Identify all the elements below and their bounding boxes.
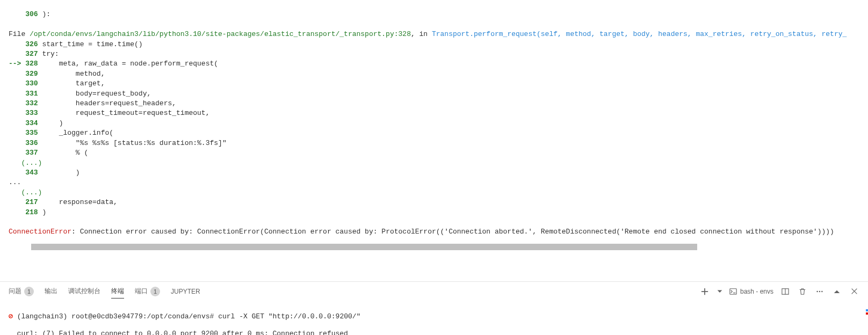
traceback-block: 306 ): File /opt/conda/envs/langchain3/l… [9, 0, 868, 237]
error-message: : Connection error caused by: Connection… [71, 228, 834, 236]
tab-output[interactable]: 输出 [45, 285, 57, 298]
terminal-profile-selector[interactable]: bash - envs [729, 286, 773, 297]
panel-tabs-left: 问题 1 输出 调试控制台 终端 端口 1 JUPYTER [9, 285, 200, 298]
traceback-function-ref: Transport.perform_request(self, method, … [432, 30, 847, 38]
horizontal-scrollbar[interactable] [31, 244, 697, 250]
maximize-panel-button[interactable] [831, 286, 842, 297]
current-line-arrow: --> [9, 60, 25, 68]
line-number: 334 [25, 119, 38, 127]
prompt-user-host: root@e0cdb3e94779:/opt/conda/envs# [71, 312, 214, 321]
tab-debug-console-label: 调试控制台 [68, 287, 100, 296]
problems-count-badge: 1 [24, 287, 34, 296]
tab-problems[interactable]: 问题 1 [9, 285, 34, 298]
line-number: 329 [25, 70, 38, 78]
line-number: 337 [25, 149, 38, 157]
terminal-command: curl -X GET "http://0.0.0.0:9200/" [218, 312, 360, 321]
line-number: 306 [25, 10, 38, 18]
tab-problems-label: 问题 [9, 287, 21, 296]
line-number: 328 [25, 60, 38, 68]
split-icon [782, 288, 789, 295]
terminal-icon [729, 288, 737, 295]
terminal-profile-label: bash - envs [740, 288, 773, 295]
line-number: 217 [25, 198, 38, 206]
svg-point-4 [819, 290, 820, 292]
line-number: 327 [25, 50, 38, 58]
collapsed-lines: (...) [9, 159, 42, 167]
tab-debug-console[interactable]: 调试控制台 [68, 285, 100, 298]
line-number: 335 [25, 129, 38, 137]
plus-icon [701, 288, 708, 295]
close-panel-button[interactable] [849, 286, 859, 297]
tab-terminal[interactable]: 终端 [111, 285, 124, 298]
tab-jupyter-label: JUPYTER [171, 288, 200, 295]
tab-output-label: 输出 [45, 287, 57, 296]
panel-actions-right: bash - envs [699, 286, 859, 297]
line-number: 336 [25, 139, 38, 147]
more-actions-button[interactable] [814, 286, 825, 297]
tab-ports[interactable]: 端口 1 [135, 285, 160, 298]
error-name: ConnectionError [9, 228, 71, 236]
terminal-dropdown-button[interactable] [717, 286, 723, 297]
line-number: 331 [25, 90, 38, 98]
traceback-file-path: /opt/conda/envs/langchain3/lib/python3.1… [30, 30, 411, 38]
tab-terminal-label: 终端 [111, 287, 124, 296]
line-number: 326 [25, 40, 38, 48]
collapsed-lines: (...) [9, 188, 42, 196]
kill-terminal-button[interactable] [797, 286, 808, 297]
ellipsis-icon [816, 288, 823, 295]
chevron-up-icon [834, 288, 840, 295]
editor-traceback-area[interactable]: 306 ): File /opt/conda/envs/langchain3/l… [0, 0, 868, 281]
line-number: 332 [25, 99, 38, 107]
new-terminal-button[interactable] [699, 286, 710, 297]
tab-jupyter[interactable]: JUPYTER [171, 286, 200, 297]
svg-point-5 [821, 290, 822, 292]
terminal-output-line: curl: (7) Failed to connect to 0.0.0.0 p… [17, 330, 348, 335]
split-terminal-button[interactable] [780, 286, 791, 297]
close-icon [851, 288, 858, 295]
terminal-overview-ruler [864, 301, 868, 307]
line-number: 343 [25, 169, 38, 177]
chevron-down-icon [717, 289, 722, 294]
error-indicator-icon: ⊘ [9, 312, 13, 321]
svg-point-3 [816, 290, 818, 292]
terminal-output-area[interactable]: ⊘ (langchain3) root@e0cdb3e94779:/opt/co… [0, 301, 868, 335]
panel-tab-bar: 问题 1 输出 调试控制台 终端 端口 1 JUPYTER bash - env… [0, 281, 868, 301]
svg-rect-0 [730, 288, 736, 294]
line-number: 330 [25, 79, 38, 88]
prompt-env: (langchain3) [17, 312, 68, 321]
line-number: 333 [25, 109, 38, 117]
ellipsis: ... [9, 178, 21, 186]
trash-icon [799, 288, 806, 295]
tab-ports-label: 端口 [135, 287, 148, 296]
ports-count-badge: 1 [150, 287, 160, 296]
line-number: 218 [25, 208, 38, 216]
